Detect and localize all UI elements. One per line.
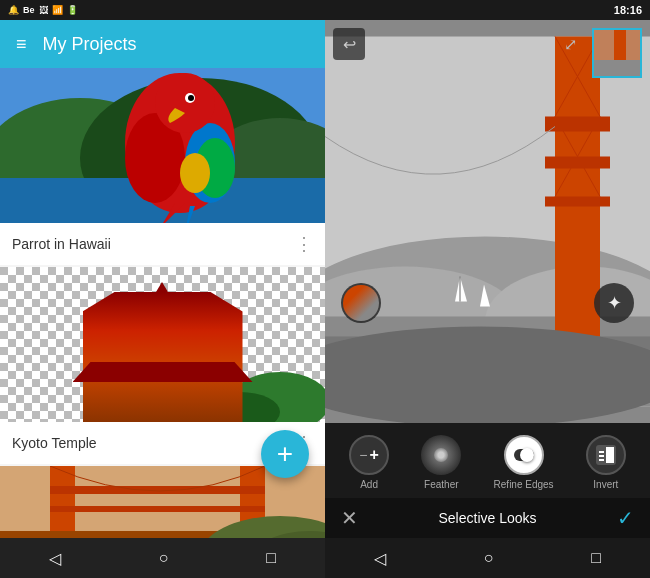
feather-button[interactable] bbox=[421, 435, 461, 475]
svg-rect-35 bbox=[50, 486, 265, 494]
svg-point-9 bbox=[180, 153, 210, 193]
svg-rect-62 bbox=[599, 451, 604, 453]
app-title: My Projects bbox=[43, 34, 137, 55]
brush-tool-button[interactable] bbox=[341, 283, 381, 323]
signal-icon: 📶 bbox=[52, 5, 63, 15]
svg-rect-63 bbox=[599, 455, 604, 457]
notification-icon: 🔔 bbox=[8, 5, 19, 15]
svg-point-12 bbox=[188, 95, 194, 101]
parrot-scene-svg bbox=[0, 68, 325, 223]
refine-edges-label: Refine Edges bbox=[494, 479, 554, 490]
minus-icon: − bbox=[359, 447, 367, 463]
confirm-button[interactable]: ✓ bbox=[617, 506, 634, 530]
brush-preview bbox=[343, 285, 379, 321]
right-nav-bar: ◁ ○ □ bbox=[325, 538, 650, 578]
project-name-parrot: Parrot in Hawaii bbox=[12, 236, 111, 252]
kyoto-scene-svg bbox=[0, 267, 325, 422]
bridge-scene-svg bbox=[0, 466, 325, 538]
main-content: ≡ My Projects bbox=[0, 20, 650, 538]
selective-looks-title: Selective Looks bbox=[438, 510, 536, 526]
more-options-parrot[interactable]: ⋮ bbox=[295, 233, 313, 255]
right-back-button[interactable]: ◁ bbox=[374, 549, 386, 568]
editor-panel: ↩ ⤢ ✦ − bbox=[325, 20, 650, 538]
editor-canvas: ↩ ⤢ ✦ bbox=[325, 20, 650, 423]
add-button[interactable]: − + bbox=[349, 435, 389, 475]
svg-point-10 bbox=[155, 73, 215, 133]
expand-icon: ⤢ bbox=[564, 35, 577, 54]
wand-tool-button[interactable]: ✦ bbox=[594, 283, 634, 323]
controls-row: − + Add Feather bbox=[325, 431, 650, 494]
battery-icon: 🔋 bbox=[67, 5, 78, 15]
svg-rect-27 bbox=[140, 362, 160, 392]
invert-label: Invert bbox=[593, 479, 618, 490]
invert-icon-svg bbox=[594, 443, 618, 467]
right-home-button[interactable]: ○ bbox=[484, 549, 494, 567]
expand-button[interactable]: ⤢ bbox=[554, 28, 586, 60]
svg-rect-51 bbox=[545, 197, 610, 207]
left-nav-bar: ◁ ○ □ bbox=[0, 538, 325, 578]
behance-icon: Be bbox=[23, 5, 35, 15]
refine-edges-control[interactable]: Refine Edges bbox=[494, 435, 554, 490]
refine-edges-button[interactable] bbox=[504, 435, 544, 475]
svg-rect-20 bbox=[108, 347, 116, 392]
feather-label: Feather bbox=[424, 479, 458, 490]
cancel-button[interactable]: ✕ bbox=[341, 506, 358, 530]
wand-icon: ✦ bbox=[607, 292, 622, 314]
menu-button[interactable]: ≡ bbox=[16, 34, 27, 55]
editor-scene-svg bbox=[325, 20, 650, 423]
left-panel: ≡ My Projects bbox=[0, 20, 325, 538]
left-back-button[interactable]: ◁ bbox=[49, 549, 61, 568]
svg-rect-19 bbox=[100, 342, 225, 392]
status-bar: 🔔 Be 🖼 📶 🔋 18:16 bbox=[0, 0, 650, 20]
svg-rect-60 bbox=[594, 60, 640, 76]
bridge-bottom-image bbox=[0, 466, 325, 538]
svg-point-57 bbox=[325, 327, 650, 424]
plus-icon: + bbox=[370, 446, 379, 464]
photo-icon: 🖼 bbox=[39, 5, 48, 15]
project-name-kyoto: Kyoto Temple bbox=[12, 435, 97, 451]
svg-marker-24 bbox=[85, 302, 240, 342]
invert-control[interactable]: Invert bbox=[586, 435, 626, 490]
svg-rect-23 bbox=[209, 347, 217, 392]
svg-rect-18 bbox=[85, 387, 240, 402]
svg-rect-33 bbox=[50, 466, 75, 538]
parrot-image bbox=[0, 68, 325, 223]
project-item-parrot[interactable]: Parrot in Hawaii ⋮ bbox=[0, 68, 325, 265]
toggle-track bbox=[514, 449, 534, 461]
add-label: Add bbox=[360, 479, 378, 490]
svg-rect-64 bbox=[599, 459, 604, 461]
toggle-knob bbox=[520, 448, 534, 462]
add-project-fab[interactable]: + bbox=[261, 430, 309, 478]
undo-button[interactable]: ↩ bbox=[333, 28, 365, 60]
project-item-bridge[interactable] bbox=[0, 466, 325, 538]
svg-rect-36 bbox=[50, 506, 265, 512]
left-home-button[interactable]: ○ bbox=[159, 549, 169, 567]
svg-rect-49 bbox=[545, 117, 610, 132]
svg-rect-28 bbox=[165, 362, 185, 392]
status-icons-left: 🔔 Be 🖼 📶 🔋 bbox=[8, 5, 78, 15]
add-button-inner: − + bbox=[359, 446, 379, 464]
kyoto-image bbox=[0, 267, 325, 422]
right-recent-button[interactable]: □ bbox=[591, 549, 601, 567]
add-control[interactable]: − + Add bbox=[349, 435, 389, 490]
undo-icon: ↩ bbox=[343, 35, 356, 54]
status-time: 18:16 bbox=[614, 4, 642, 16]
feather-dot bbox=[434, 448, 448, 462]
svg-rect-22 bbox=[185, 347, 193, 392]
thumbnail-preview[interactable] bbox=[592, 28, 642, 78]
svg-rect-21 bbox=[124, 347, 132, 392]
fab-icon: + bbox=[277, 438, 293, 470]
bottom-navigation: ◁ ○ □ ◁ ○ □ bbox=[0, 538, 650, 578]
app-bar: ≡ My Projects bbox=[0, 20, 325, 68]
invert-button[interactable] bbox=[586, 435, 626, 475]
project-info-parrot: Parrot in Hawaii ⋮ bbox=[0, 223, 325, 265]
left-recent-button[interactable]: □ bbox=[266, 549, 276, 567]
feather-control[interactable]: Feather bbox=[421, 435, 461, 490]
svg-rect-50 bbox=[545, 157, 610, 169]
editor-bottom-bar: ✕ Selective Looks ✓ bbox=[325, 498, 650, 538]
editor-controls: − + Add Feather bbox=[325, 423, 650, 498]
